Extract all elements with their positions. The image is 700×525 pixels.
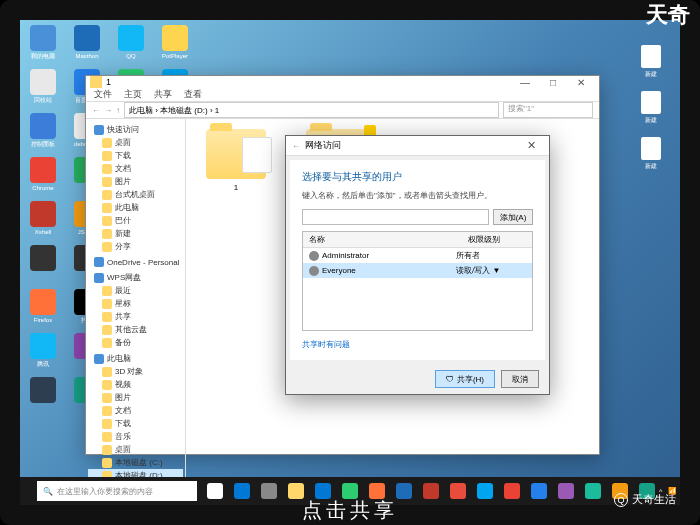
user-row[interactable]: Administrator所有者 bbox=[303, 248, 532, 263]
desktop-icon[interactable]: 腾讯 bbox=[25, 333, 61, 375]
dialog-subtext: 键入名称，然后单击"添加"，或者单击箭头查找用户。 bbox=[302, 190, 533, 201]
desktop-icon[interactable]: Maxthon bbox=[69, 25, 105, 67]
desktop-icon[interactable]: Firefox bbox=[25, 289, 61, 331]
nav-item[interactable]: 最近 bbox=[88, 284, 183, 297]
folder-item[interactable]: 1 bbox=[196, 129, 276, 224]
nav-header[interactable]: OneDrive - Personal bbox=[88, 256, 183, 268]
share-button[interactable]: 🛡 共享(H) bbox=[435, 370, 495, 388]
user-list: 名称 权限级别 Administrator所有者Everyone读取/写入 ▼ bbox=[302, 231, 533, 331]
back-button[interactable]: ← bbox=[92, 106, 100, 115]
explorer-titlebar[interactable]: 1 — □ ✕ bbox=[86, 76, 599, 88]
nav-item[interactable]: 文档 bbox=[88, 162, 183, 175]
ribbon-tab[interactable]: 文件 bbox=[94, 88, 112, 101]
explorer-search[interactable]: 搜索"1" bbox=[503, 102, 593, 118]
nav-item[interactable]: 下载 bbox=[88, 149, 183, 162]
nav-header[interactable]: WPS网盘 bbox=[88, 271, 183, 284]
desktop-icon[interactable]: 我的电脑 bbox=[25, 25, 61, 67]
maximize-button[interactable]: □ bbox=[539, 77, 567, 88]
nav-item[interactable]: 分享 bbox=[88, 240, 183, 253]
minimize-button[interactable]: — bbox=[511, 77, 539, 88]
nav-item[interactable]: 其他云盘 bbox=[88, 323, 183, 336]
caption: 点击共享 bbox=[0, 495, 700, 525]
nav-item[interactable]: 音乐 bbox=[88, 430, 183, 443]
desktop-icon[interactable]: 回收站 bbox=[25, 69, 61, 111]
cancel-button[interactable]: 取消 bbox=[501, 370, 539, 388]
desktop-icon[interactable]: QQ bbox=[113, 25, 149, 67]
nav-item[interactable]: 星标 bbox=[88, 297, 183, 310]
nav-item[interactable]: 备份 bbox=[88, 336, 183, 349]
nav-item[interactable]: 共享 bbox=[88, 310, 183, 323]
nav-header[interactable]: 快速访问 bbox=[88, 123, 183, 136]
address-bar-row: ← → ↑ 此电脑 › 本地磁盘 (D:) › 1 搜索"1" bbox=[86, 102, 599, 119]
user-row[interactable]: Everyone读取/写入 ▼ bbox=[303, 263, 532, 278]
up-button[interactable]: ↑ bbox=[116, 106, 120, 115]
ribbon-tab[interactable]: 共享 bbox=[154, 88, 172, 101]
desktop-icon[interactable]: Chrome bbox=[25, 157, 61, 199]
dialog-heading: 选择要与其共享的用户 bbox=[302, 170, 533, 184]
desktop-file[interactable]: 新建 bbox=[637, 137, 665, 171]
nav-item[interactable]: 本地磁盘 (C:) bbox=[88, 456, 183, 469]
add-button[interactable]: 添加(A) bbox=[493, 209, 533, 225]
user-icon bbox=[309, 251, 319, 261]
back-arrow-icon[interactable]: ← bbox=[292, 141, 301, 151]
col-name[interactable]: 名称 bbox=[303, 232, 462, 247]
ribbon-tab[interactable]: 查看 bbox=[184, 88, 202, 101]
desktop-file[interactable]: 新建 bbox=[637, 45, 665, 79]
close-icon[interactable]: ✕ bbox=[519, 139, 543, 152]
nav-item[interactable]: 图片 bbox=[88, 175, 183, 188]
desktop-icon[interactable] bbox=[25, 377, 61, 419]
ribbon-tab[interactable]: 主页 bbox=[124, 88, 142, 101]
nav-item[interactable]: 桌面 bbox=[88, 136, 183, 149]
nav-header[interactable]: 此电脑 bbox=[88, 352, 183, 365]
help-link[interactable]: 共享时有问题 bbox=[302, 339, 533, 350]
desktop-icon[interactable]: PotPlayer bbox=[157, 25, 193, 67]
desktop-icon[interactable]: Xshell bbox=[25, 201, 61, 243]
explorer-nav-pane: 快速访问桌面下载文档图片台式机桌面此电脑巴什新建分享OneDrive - Per… bbox=[86, 119, 186, 505]
dialog-title: 网络访问 bbox=[305, 139, 341, 152]
dialog-titlebar[interactable]: ← 网络访问 ✕ bbox=[286, 136, 549, 156]
desktop-icon[interactable]: 控制面板 bbox=[25, 113, 61, 155]
nav-item[interactable]: 3D 对象 bbox=[88, 365, 183, 378]
col-perm[interactable]: 权限级别 bbox=[462, 232, 532, 247]
nav-item[interactable]: 视频 bbox=[88, 378, 183, 391]
nav-item[interactable]: 巴什 bbox=[88, 214, 183, 227]
explorer-ribbon: 文件主页共享查看 bbox=[86, 88, 599, 102]
folder-icon bbox=[90, 76, 102, 88]
nav-item[interactable]: 台式机桌面 bbox=[88, 188, 183, 201]
shield-icon: 🛡 bbox=[446, 375, 454, 384]
window-title: 1 bbox=[106, 77, 111, 87]
nav-item[interactable]: 文档 bbox=[88, 404, 183, 417]
nav-item[interactable]: 此电脑 bbox=[88, 201, 183, 214]
network-share-dialog: ← 网络访问 ✕ 选择要与其共享的用户 键入名称，然后单击"添加"，或者单击箭头… bbox=[285, 135, 550, 395]
watermark-top: 天奇 bbox=[646, 0, 690, 30]
nav-item[interactable]: 新建 bbox=[88, 227, 183, 240]
forward-button[interactable]: → bbox=[104, 106, 112, 115]
close-button[interactable]: ✕ bbox=[567, 77, 595, 88]
nav-item[interactable]: 下载 bbox=[88, 417, 183, 430]
address-bar[interactable]: 此电脑 › 本地磁盘 (D:) › 1 bbox=[124, 102, 499, 118]
desktop-file[interactable]: 新建 bbox=[637, 91, 665, 125]
nav-item[interactable]: 图片 bbox=[88, 391, 183, 404]
nav-item[interactable]: 桌面 bbox=[88, 443, 183, 456]
user-icon bbox=[309, 266, 319, 276]
user-input[interactable] bbox=[302, 209, 489, 225]
desktop-icon[interactable] bbox=[25, 245, 61, 287]
